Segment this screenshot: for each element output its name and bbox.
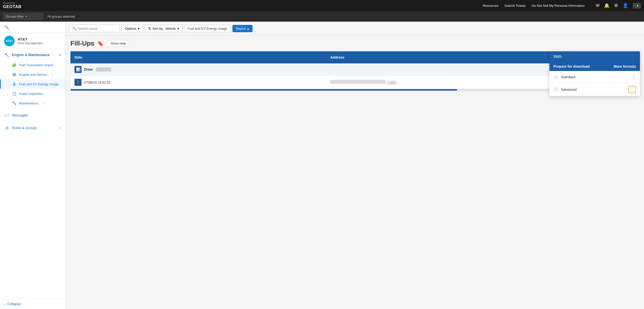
options-label: Options [125,27,136,30]
more-formats-button[interactable]: More formats [614,64,636,68]
fuel-transaction-import-label: Fuel Transaction Import [19,63,54,67]
groups-filter-button[interactable]: Groups filter ▾ [3,13,43,20]
report-dropdown: Web Prepare for download More formats 📄 … [549,51,640,96]
table-cell-address: USA [326,76,582,89]
fleet-title: AT&T [18,37,43,42]
sort-chevron-icon: ▾ [177,27,179,30]
maintenance-label: Maintenance... [19,101,41,105]
rules-groups-icon: ⊘ [4,125,10,131]
rules-groups-label: Rules & Groups [12,126,37,130]
group-chart-icon: 📊 [74,66,82,73]
search-input[interactable] [78,27,113,30]
toolbar: 🔍 Options ▾ ⇅ Sort by: Vehicle ▾ Fuel an… [65,22,644,35]
show-help-button[interactable]: Show help [107,40,130,47]
do-not-sell-link[interactable]: Do Not Sell My Personal Information [532,4,585,8]
user-menu-button[interactable]: ▾ [633,3,641,9]
group-name: Drew [84,67,93,71]
date-value: 07/08/23 15:01:32 [84,81,110,84]
advanced-more-button[interactable]: ⋮ [628,86,636,93]
sidebar-item-rules-groups[interactable]: ⊘ Rules & Groups ∨ [0,123,65,133]
maintenance-icon: 🔨 [12,101,17,106]
top-bar-icons: ✉ 🔔 ⚙ 👤 ▾ [596,3,641,9]
options-chevron-icon: ▾ [138,27,140,30]
report-chevron-icon: ▴ [247,27,249,30]
fuel-ev-icon: 💧 [12,82,17,87]
sidebar-item-fuel-ev-energy[interactable]: 💧 Fuel and EV Energy Usage [0,79,65,89]
dropdown-item-advanced[interactable]: 📄 Advanced ⋮ [549,83,640,96]
search-box[interactable]: 🔍 [69,25,120,32]
asset-inspection-icon: 📋 [12,91,17,96]
submit-tickets-link[interactable]: Submit Tickets [504,4,526,8]
advanced-label: Advanced [561,88,577,92]
bell-icon[interactable]: 🔔 [604,3,610,8]
sidebar-item-engine-maintenance[interactable]: 🔧 Engine & Maintenance ∧ [0,50,65,60]
bookmark-icon[interactable]: 🔖 [97,41,104,47]
resources-link[interactable]: Resources [483,4,498,8]
standard-more-button[interactable]: ⋮ [631,74,636,80]
fuel-transaction-import-icon: 🧩 [12,62,17,67]
country-value: USA [387,80,397,85]
groups-filter-chevron-icon: ▾ [26,15,27,18]
user-icon[interactable]: 👤 [623,3,628,8]
progress-bar-fill [70,89,457,91]
user-chevron-icon: ▾ [637,4,638,8]
fuel-badge: Fuel and EV Energy Usage [184,25,231,32]
standard-report-icon: 📄 [553,75,558,80]
group-name-redacted [96,67,111,71]
geotab-logo: Powered by GEOTAB [3,2,21,9]
sidebar-item-fuel-transaction-import[interactable]: 🧩 Fuel Transaction Import [0,60,65,70]
gear-icon[interactable]: ⚙ [614,3,618,8]
dropdown-section-header: Prepare for download More formats [549,62,640,71]
fuel-ev-label: Fuel and EV Energy Usage [19,82,59,86]
nav-section-engine: 🔧 Engine & Maintenance ∧ 🧩 Fuel Transact… [0,49,65,109]
page-header: Fill-Ups 🔖 Show help [70,40,639,47]
dropdown-header: Web [549,51,640,62]
powered-by-text: Powered by [3,2,21,5]
advanced-report-icon: 📄 [553,87,558,92]
table-header-address: Address [326,51,582,63]
maintenance-chevron-icon: › [43,101,44,105]
asset-inspection-label: Asset Inspection [19,92,43,96]
sidebar-item-maintenance[interactable]: 🔨 Maintenance... › [0,98,65,108]
mail-icon[interactable]: ✉ [596,3,599,8]
standard-label: Standard [561,75,575,79]
groups-filter-bar: Groups filter ▾ All groups selected [0,11,644,22]
report-button[interactable]: Report ▴ [232,25,253,32]
location-icon: 📍 [74,79,82,86]
dropdown-section-label: Prepare for download [553,64,590,68]
nav-section-messages: ✉️ Messages [0,109,65,122]
sort-button[interactable]: ⇅ Sort by: Vehicle ▾ [145,25,182,32]
engine-device-label: Engine and Device... [19,73,49,76]
page-title: Fill-Ups [70,40,94,47]
rules-groups-chevron-icon: ∨ [59,126,61,130]
engine-device-chevron-icon: › [52,73,53,76]
engine-maintenance-label: Engine & Maintenance [12,53,50,57]
brand-name: GEOTAB [3,5,21,9]
groups-filter-label: Groups filter [6,15,24,18]
collapse-label: Collapse [7,302,21,306]
messages-label: Messages [12,113,28,117]
sidebar-item-engine-device[interactable]: ⚙️ Engine and Device... › [0,70,65,79]
sidebar-item-messages[interactable]: ✉️ Messages [0,110,65,121]
sort-value: Vehicle [165,27,176,30]
top-navigation-bar: Powered by GEOTAB Resources Submit Ticke… [0,0,644,11]
sidebar-logo: AT&T AT&T Fleet Management [0,33,65,49]
messages-icon: ✉️ [4,112,10,118]
engine-maintenance-icon: 🔧 [4,52,10,58]
main-content: 🔍 Options ▾ ⇅ Sort by: Vehicle ▾ Fuel an… [65,22,644,309]
options-button[interactable]: Options ▾ [122,25,143,32]
engine-maintenance-chevron-icon: ∧ [59,53,61,57]
engine-device-icon: ⚙️ [12,72,17,77]
sidebar-item-asset-inspection[interactable]: 📋 Asset Inspection [0,89,65,98]
search-icon[interactable]: 🔍 [4,25,9,29]
active-indicator [0,79,1,89]
search-icon: 🔍 [72,26,76,30]
sidebar-search-area[interactable]: 🔍 [0,22,65,33]
fleet-subtitle: Fleet Management [18,42,43,45]
table-header-date: Date [70,51,326,63]
address-redacted [330,80,386,84]
sidebar-collapse-button[interactable]: ‹ Collapse [0,299,65,309]
att-logo-text: AT&T [6,40,13,43]
main-layout: 🔍 AT&T AT&T Fleet Management 🔧 Engine & … [0,22,644,309]
dropdown-item-standard[interactable]: 📄 Standard ⋮ [549,71,640,83]
